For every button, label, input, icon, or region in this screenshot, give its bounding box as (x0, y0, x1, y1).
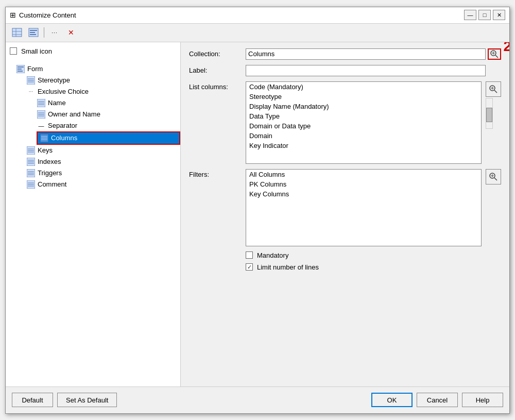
list-item[interactable]: Key Columns (246, 189, 481, 199)
limit-lines-checkbox[interactable]: ✓ (246, 263, 253, 271)
label-row: Label: (189, 65, 501, 76)
svg-rect-7 (30, 34, 36, 35)
title-bar-left: ⊞ Customize Content (10, 11, 76, 19)
filters-listbox[interactable]: All Columns PK Columns Key Columns (246, 169, 482, 246)
collection-input[interactable] (246, 48, 486, 60)
toolbar-btn-2[interactable] (26, 26, 41, 39)
tree-form-label: Form (27, 65, 43, 73)
label-label: Label: (189, 65, 246, 74)
tree-indexes-label: Indexes (38, 158, 61, 165)
filters-row: Filters: All Columns PK Columns Key Colu… (189, 169, 501, 246)
limit-lines-label: Limit number of lines (257, 263, 319, 271)
collection-row: Collection: 2 (189, 48, 501, 60)
svg-rect-6 (30, 32, 35, 33)
limit-lines-row: ✓ Limit number of lines (189, 263, 501, 271)
filters-label: Filters: (189, 169, 246, 178)
dialog-title: Customize Content (19, 11, 76, 19)
form-tree-icon (16, 64, 25, 74)
list-columns-btns (486, 81, 501, 129)
set-as-default-button[interactable]: Set As Default (57, 393, 117, 407)
toolbar-close-btn[interactable]: ✕ (64, 26, 78, 39)
collection-lookup-btn[interactable] (488, 48, 501, 60)
toolbar: ··· ✕ (6, 24, 509, 42)
tree-item-indexes[interactable]: Indexes (6, 156, 180, 167)
list-columns-listbox[interactable]: Code (Mandatory) Stereotype Display Name… (246, 81, 482, 164)
list-item[interactable]: All Columns (246, 170, 481, 179)
exclusive-choice-icon: ··· (26, 87, 36, 96)
tree-exclusive-choice-label: Exclusive Choice (38, 88, 89, 95)
triggers-icon (26, 169, 36, 178)
title-controls: — □ ✕ (464, 10, 505, 20)
list-item[interactable]: Domain or Data type (246, 121, 481, 131)
name-icon (37, 98, 46, 108)
small-icon-row: Small icon (6, 44, 180, 57)
list-item[interactable]: Stereotype (246, 92, 481, 102)
list-item[interactable]: PK Columns (246, 179, 481, 189)
title-bar: ⊞ Customize Content — □ ✕ (6, 7, 509, 24)
mandatory-label: Mandatory (257, 251, 288, 259)
tree-item-keys[interactable]: Keys (6, 145, 180, 156)
svg-rect-0 (12, 28, 22, 37)
list-item[interactable]: Display Name (Mandatory) (246, 102, 481, 111)
comment-icon (26, 180, 36, 189)
main-content: Small icon Form (6, 42, 509, 387)
lookup-icon-filters (489, 172, 498, 181)
svg-rect-5 (30, 30, 37, 31)
collection-label: Collection: (189, 48, 246, 58)
tree-comment-label: Comment (38, 180, 66, 188)
tree-item-separator[interactable]: — Separator (6, 120, 180, 131)
cancel-button[interactable]: Cancel (417, 393, 458, 407)
footer: Default Set As Default OK Cancel Help (6, 387, 509, 413)
minimize-button[interactable]: — (464, 10, 476, 20)
left-panel: Small icon Form (6, 42, 181, 387)
mandatory-row: Mandatory (189, 251, 501, 259)
toolbar-dots-btn[interactable]: ··· (47, 26, 62, 39)
small-icon-checkbox[interactable] (10, 47, 17, 55)
tree-item-name[interactable]: Name (6, 97, 180, 109)
tree-separator-label: Separator (48, 122, 77, 129)
grid-icon (12, 28, 22, 37)
list-item[interactable]: Domain (246, 131, 481, 141)
help-button[interactable]: Help (462, 393, 503, 407)
maximize-button[interactable]: □ (478, 10, 491, 20)
lookup-icon-collection (490, 49, 499, 59)
toolbar-btn-1[interactable] (10, 26, 24, 39)
list-columns-label: List columns: (189, 81, 246, 91)
lookup-icon-list (489, 85, 498, 94)
list-columns-lookup-btn[interactable] (486, 81, 501, 97)
default-button[interactable]: Default (12, 393, 53, 407)
scroll-thumb (486, 108, 492, 122)
svg-rect-9 (18, 66, 24, 68)
list-item[interactable]: Code (Mandatory) (246, 82, 481, 92)
svg-rect-11 (18, 71, 23, 72)
list-item[interactable]: Data Type (246, 111, 481, 121)
filters-control: All Columns PK Columns Key Columns (246, 169, 501, 246)
tree-item-stereotype[interactable]: Stereotype (6, 75, 180, 86)
svg-line-49 (494, 90, 497, 93)
mandatory-checkbox[interactable] (246, 251, 253, 259)
tree-owner-name-label: Owner and Name (48, 110, 100, 118)
svg-line-53 (494, 178, 497, 180)
tree-item-comment[interactable]: Comment (6, 179, 180, 190)
tree-item-owner-and-name[interactable]: Owner and Name (6, 109, 180, 120)
tree-columns-label: Columns (51, 134, 77, 142)
tree-item-columns[interactable]: Columns (37, 131, 180, 145)
label-input[interactable] (246, 65, 486, 76)
small-icon-label: Small icon (21, 47, 52, 55)
tree-item-triggers[interactable]: Triggers (6, 167, 180, 179)
toolbar-separator-1 (44, 27, 44, 38)
tree-item-exclusive-choice[interactable]: ··· Exclusive Choice (6, 86, 180, 97)
tree-keys-label: Keys (38, 146, 53, 154)
list-item[interactable]: Key Indicator (246, 141, 481, 150)
list-columns-row: List columns: Code (Mandatory) Stereotyp… (189, 81, 501, 164)
svg-line-45 (495, 55, 498, 58)
list-scrollbar[interactable] (486, 98, 493, 129)
ok-button[interactable]: OK (371, 393, 413, 407)
filters-lookup-btn[interactable] (486, 169, 501, 184)
dialog-window: ⊞ Customize Content — □ ✕ (5, 7, 510, 414)
stereotype-icon (26, 76, 36, 85)
close-button[interactable]: ✕ (493, 10, 505, 20)
tree-name-label: Name (48, 99, 66, 107)
tree-item-form[interactable]: Form (6, 63, 180, 75)
collection-control: 2 (246, 48, 501, 60)
